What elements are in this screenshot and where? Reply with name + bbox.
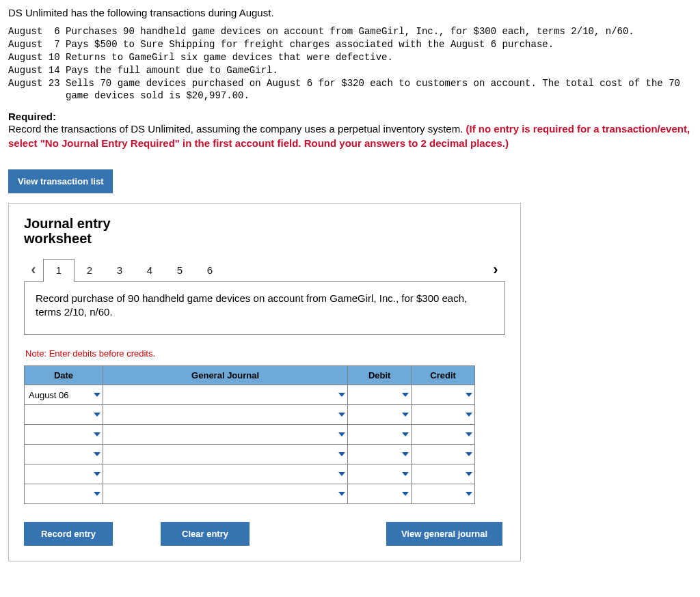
transactions-list: August 6 Purchases 90 handheld game devi… <box>8 25 692 102</box>
dropdown-icon[interactable] <box>338 472 345 476</box>
next-tab-button[interactable]: › <box>486 261 505 281</box>
debit-cell[interactable] <box>348 405 412 425</box>
view-transaction-list-button[interactable]: View transaction list <box>8 169 113 193</box>
tab-5[interactable]: 5 <box>165 260 195 281</box>
table-header-row: Date General Journal Debit Credit <box>25 366 475 385</box>
debit-cell[interactable] <box>348 484 412 504</box>
required-text: Record the transactions of DS Unlimited,… <box>8 123 466 135</box>
dropdown-icon[interactable] <box>338 492 345 496</box>
debits-before-credits-note: Note: Enter debits before credits. <box>25 348 505 359</box>
worksheet-button-row: Record entry Clear entry View general jo… <box>24 522 502 546</box>
col-credit-header: Credit <box>412 366 475 385</box>
date-cell[interactable] <box>25 464 103 484</box>
worksheet-title: Journal entry worksheet <box>24 216 505 246</box>
table-row <box>25 484 475 504</box>
credit-cell[interactable] <box>412 385 475 405</box>
credit-cell[interactable] <box>412 464 475 484</box>
general-journal-cell[interactable] <box>103 385 347 405</box>
table-row <box>25 425 475 445</box>
col-debit-header: Debit <box>348 366 412 385</box>
date-cell[interactable] <box>25 484 103 504</box>
dropdown-icon[interactable] <box>402 452 409 456</box>
credit-cell[interactable] <box>412 405 475 425</box>
dropdown-icon[interactable] <box>466 432 472 436</box>
worksheet-title-line2: worksheet <box>24 231 92 246</box>
tab-2[interactable]: 2 <box>75 260 105 281</box>
general-journal-cell[interactable] <box>103 445 347 464</box>
tab-4[interactable]: 4 <box>135 260 165 281</box>
worksheet-title-line1: Journal entry <box>24 216 111 231</box>
credit-cell[interactable] <box>412 484 475 504</box>
clear-entry-button[interactable]: Clear entry <box>161 522 250 546</box>
date-value: August 06 <box>29 390 69 400</box>
intro-text: DS Unlimited has the following transacti… <box>8 7 692 18</box>
dropdown-icon[interactable] <box>338 393 345 397</box>
general-journal-cell[interactable] <box>103 405 347 425</box>
view-general-journal-button[interactable]: View general journal <box>386 522 502 546</box>
table-row: August 06 <box>25 385 475 405</box>
dropdown-icon[interactable] <box>94 393 100 397</box>
dropdown-icon[interactable] <box>402 393 409 397</box>
journal-entry-worksheet: Journal entry worksheet ‹ 1 2 3 4 5 6 › … <box>8 203 521 562</box>
dropdown-icon[interactable] <box>402 472 409 476</box>
dropdown-icon[interactable] <box>466 393 472 397</box>
dropdown-icon[interactable] <box>94 472 100 476</box>
date-cell[interactable] <box>25 405 103 425</box>
date-cell[interactable] <box>25 445 103 464</box>
debit-cell[interactable] <box>348 425 412 445</box>
dropdown-icon[interactable] <box>94 492 100 496</box>
dropdown-icon[interactable] <box>466 472 472 476</box>
tab-3[interactable]: 3 <box>105 260 135 281</box>
dropdown-icon[interactable] <box>402 432 409 436</box>
debit-cell[interactable] <box>348 445 412 464</box>
dropdown-icon[interactable] <box>94 452 100 456</box>
debit-cell[interactable] <box>348 464 412 484</box>
table-row <box>25 405 475 425</box>
prev-tab-button[interactable]: ‹ <box>24 261 43 281</box>
dropdown-icon[interactable] <box>466 413 472 417</box>
tab-row: ‹ 1 2 3 4 5 6 › <box>24 255 505 282</box>
date-cell[interactable]: August 06 <box>25 385 103 405</box>
tab-1[interactable]: 1 <box>43 259 75 282</box>
general-journal-cell[interactable] <box>103 484 347 504</box>
transaction-instruction: Record purchase of 90 handheld game devi… <box>24 282 505 335</box>
dropdown-icon[interactable] <box>466 492 472 496</box>
dropdown-icon[interactable] <box>338 432 345 436</box>
dropdown-icon[interactable] <box>94 432 100 436</box>
dropdown-icon[interactable] <box>402 492 409 496</box>
col-date-header: Date <box>25 366 103 385</box>
dropdown-icon[interactable] <box>338 413 345 417</box>
debit-cell[interactable] <box>348 385 412 405</box>
required-label: Required: <box>8 111 56 122</box>
credit-cell[interactable] <box>412 425 475 445</box>
general-journal-cell[interactable] <box>103 425 347 445</box>
dropdown-icon[interactable] <box>402 413 409 417</box>
general-journal-cell[interactable] <box>103 464 347 484</box>
dropdown-icon[interactable] <box>338 452 345 456</box>
col-general-journal-header: General Journal <box>103 366 347 385</box>
record-entry-button[interactable]: Record entry <box>24 522 113 546</box>
journal-entry-table: Date General Journal Debit Credit August… <box>24 365 475 504</box>
table-row <box>25 445 475 464</box>
table-row <box>25 464 475 484</box>
date-cell[interactable] <box>25 425 103 445</box>
tab-6[interactable]: 6 <box>195 260 225 281</box>
dropdown-icon[interactable] <box>466 452 472 456</box>
required-block: Required: Record the transactions of DS … <box>8 111 692 150</box>
dropdown-icon[interactable] <box>94 413 100 417</box>
credit-cell[interactable] <box>412 445 475 464</box>
